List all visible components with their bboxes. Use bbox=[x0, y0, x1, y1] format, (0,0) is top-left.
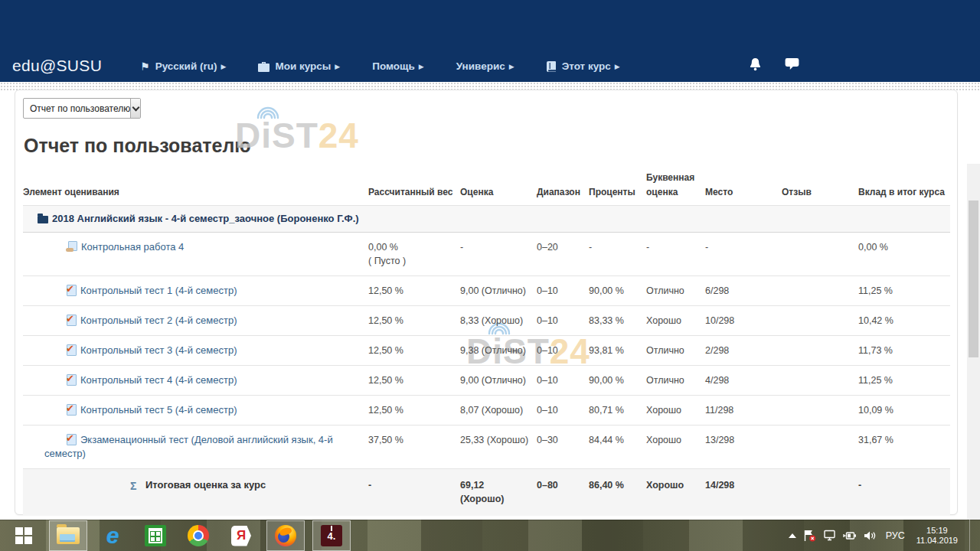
grade-item-link[interactable]: Контрольный тест 5 (4-й семестр) bbox=[80, 404, 237, 416]
grade-item-link[interactable]: Контрольный тест 4 (4-й семестр) bbox=[80, 374, 237, 386]
cell-letter: Хорошо bbox=[646, 469, 705, 516]
cell-contribution: 11,25 % bbox=[858, 276, 950, 306]
wifi-arcs-icon bbox=[255, 105, 281, 120]
dist24-watermark: DiST24 bbox=[235, 115, 359, 156]
cell-letter: Хорошо bbox=[646, 425, 705, 469]
caret-right-icon bbox=[419, 58, 424, 75]
col-rank: Место bbox=[705, 171, 782, 206]
cell-feedback bbox=[782, 306, 858, 336]
cell-letter: - bbox=[646, 233, 705, 276]
cell-grade: 9,38 (Отлично) bbox=[460, 336, 537, 366]
grade-item-link[interactable]: Контрольный тест 3 (4-й семестр) bbox=[80, 344, 237, 356]
scrollbar-thumb[interactable] bbox=[969, 201, 978, 357]
quiz-icon bbox=[66, 285, 77, 295]
grade-item-row: Экзаменационный тест (Деловой английский… bbox=[23, 425, 950, 469]
tray-time: 15:19 bbox=[916, 526, 958, 536]
col-grade: Оценка bbox=[460, 171, 537, 206]
network-icon[interactable] bbox=[823, 530, 836, 541]
cell-grade: 8,07 (Хорошо) bbox=[460, 396, 537, 425]
row-label: Итоговая оценка за курс bbox=[145, 479, 266, 491]
file-explorer-button[interactable] bbox=[49, 520, 87, 551]
firefox-button[interactable] bbox=[266, 520, 305, 551]
cell-percentage: - bbox=[589, 233, 646, 276]
volume-icon[interactable] bbox=[864, 530, 876, 541]
store-icon bbox=[145, 525, 166, 546]
menu-help[interactable]: Помощь bbox=[372, 58, 423, 75]
start-button[interactable] bbox=[6, 520, 41, 551]
cell-letter: Хорошо bbox=[646, 306, 705, 336]
cell-rank: 14/298 bbox=[705, 469, 782, 516]
grade-table-body: 2018 Английский язык - 4-й семестр_заочн… bbox=[23, 206, 950, 516]
menu-language[interactable]: Русский (ru) bbox=[140, 58, 226, 75]
grade-item-link[interactable]: Контрольный тест 2 (4-й семестр) bbox=[80, 315, 237, 326]
system-tray: РУС 15:19 11.04.2019 bbox=[789, 520, 980, 551]
firefox-icon bbox=[275, 525, 296, 546]
show-desktop-button[interactable] bbox=[969, 520, 973, 551]
top-navbar: edu@SUSU Русский (ru) Мои курсы Помощь У… bbox=[0, 0, 980, 82]
archive-app-button[interactable]: 4. bbox=[312, 520, 351, 551]
col-percentage: Проценты bbox=[589, 171, 646, 206]
grade-item-link[interactable]: Экзаменационный тест (Деловой английский… bbox=[44, 434, 333, 459]
windows-store-button[interactable] bbox=[138, 520, 173, 551]
col-calculated-weight: Рассчитанный вес bbox=[368, 171, 460, 206]
cell-rank: 4/298 bbox=[705, 366, 782, 396]
sigma-icon bbox=[130, 480, 142, 490]
menu-my-courses-label: Мои курсы bbox=[275, 58, 331, 75]
cell-percentage: 86,40 % bbox=[589, 469, 646, 516]
grade-item-row: Контрольный тест 2 (4-й семестр)12,50 %8… bbox=[23, 306, 950, 336]
quiz-icon bbox=[66, 374, 77, 385]
briefcase-icon bbox=[258, 62, 270, 72]
category-row: 2018 Английский язык - 4-й семестр_заочн… bbox=[23, 206, 950, 233]
cell-weight: 0,00 % ( Пусто ) bbox=[368, 233, 460, 276]
windows-taskbar: e Я 4. РУС 15:19 11.04.2019 bbox=[0, 520, 980, 551]
menu-this-course[interactable]: Этот курс bbox=[547, 58, 620, 75]
chevron-down-icon bbox=[132, 103, 139, 111]
row-label: 2018 Английский язык - 4-й семестр_заочн… bbox=[52, 213, 359, 224]
cell-rank: 6/298 bbox=[705, 276, 782, 306]
cell-weight: - bbox=[368, 469, 460, 516]
quiz-icon bbox=[66, 404, 77, 415]
grade-item-link[interactable]: Контрольный тест 1 (4-й семестр) bbox=[80, 285, 237, 296]
grade-item-row: Контрольный тест 1 (4-й семестр)12,50 %9… bbox=[23, 276, 950, 306]
vertical-scrollbar[interactable] bbox=[967, 164, 980, 551]
bell-icon[interactable] bbox=[749, 57, 762, 74]
folder-icon bbox=[57, 527, 80, 544]
cell-contribution: 11,73 % bbox=[858, 336, 950, 366]
cell-range: 0–20 bbox=[537, 233, 589, 276]
grade-item-link[interactable]: Контрольная работа 4 bbox=[81, 241, 184, 253]
cell-grade: 69,12 (Хорошо) bbox=[460, 469, 537, 516]
cell-percentage: 90,00 % bbox=[589, 366, 646, 396]
action-center-flag-icon[interactable] bbox=[803, 530, 816, 542]
quiz-icon bbox=[66, 344, 77, 355]
chrome-button[interactable] bbox=[181, 520, 216, 551]
cell-contribution: 0,00 % bbox=[858, 233, 950, 276]
menu-my-courses[interactable]: Мои курсы bbox=[258, 58, 340, 75]
cell-contribution: 10,42 % bbox=[858, 306, 950, 336]
language-indicator[interactable]: РУС bbox=[886, 530, 905, 541]
cell-weight: 12,50 % bbox=[368, 306, 460, 336]
tray-expand-icon[interactable] bbox=[789, 533, 796, 538]
cell-contribution: 31,67 % bbox=[858, 425, 950, 469]
cell-feedback bbox=[782, 276, 858, 306]
cell-range: 0–10 bbox=[537, 336, 589, 366]
caret-right-icon bbox=[335, 58, 340, 75]
page-title: Отчет по пользователю bbox=[24, 135, 251, 157]
cell-weight: 37,50 % bbox=[368, 425, 460, 469]
menu-univeris[interactable]: Универис bbox=[456, 58, 514, 75]
battery-icon[interactable] bbox=[843, 530, 857, 541]
cell-contribution: - bbox=[858, 469, 950, 516]
yandex-browser-button[interactable]: Я bbox=[224, 520, 259, 551]
cell-grade: 25,33 (Хорошо) bbox=[460, 425, 537, 469]
cell-grade: 8,33 (Хорошо) bbox=[460, 306, 537, 336]
cell-letter: Отлично bbox=[646, 336, 705, 366]
cell-weight: 12,50 % bbox=[368, 396, 460, 425]
cell-percentage: 84,44 % bbox=[589, 425, 646, 469]
cell-feedback bbox=[782, 425, 858, 469]
site-logo[interactable]: edu@SUSU bbox=[12, 57, 102, 75]
select-arrow-button[interactable] bbox=[130, 99, 140, 118]
tray-clock[interactable]: 15:19 11.04.2019 bbox=[916, 526, 958, 546]
internet-explorer-button[interactable]: e bbox=[95, 520, 130, 551]
report-type-select[interactable]: Отчет по пользователю bbox=[23, 98, 141, 119]
chat-icon[interactable] bbox=[785, 57, 799, 74]
cell-percentage: 90,00 % bbox=[589, 276, 646, 306]
